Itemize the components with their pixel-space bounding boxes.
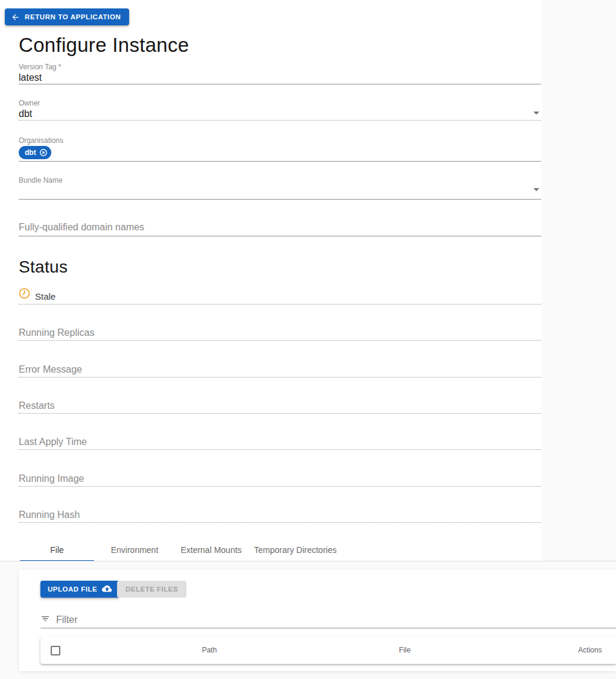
owner-select[interactable]: dbt [19,109,32,119]
upload-file-button[interactable]: UPLOAD FILE [40,581,119,598]
restarts-label: Restarts [19,400,55,411]
running-image-underline [19,486,541,487]
status-state-underline [19,304,541,305]
running-image-label: Running Image [19,473,84,484]
bundle-name-underline[interactable] [19,199,541,200]
delete-files-button[interactable]: DELETE FILES [117,581,186,598]
select-all-checkbox[interactable] [51,646,60,655]
version-tag-input[interactable]: latest [19,72,42,83]
return-button-label: RETURN TO APPLICATION [25,13,121,21]
chip-remove-icon[interactable] [39,148,48,157]
filter-list-icon [40,614,50,626]
tab-environment[interactable]: Environment [95,538,174,561]
tab-divider [0,561,616,561]
upload-button-label: UPLOAD FILE [48,586,97,593]
filter-field [40,612,616,628]
bundle-name-label: Bundle Name [19,176,63,185]
column-header-actions: Actions [578,646,602,654]
last-apply-time-label: Last Apply Time [19,437,87,447]
organisations-label: Organisations [19,136,63,145]
tab-external-mounts[interactable]: External Mounts [174,538,249,561]
restarts-underline [19,413,541,414]
clock-icon [19,288,30,302]
running-hash-underline [19,522,541,523]
tab-temporary-directories[interactable]: Temporary Directories [249,538,342,561]
owner-underline [19,120,541,121]
chevron-down-icon[interactable] [533,188,539,191]
tab-bar: File Environment External Mounts Tempora… [19,538,342,561]
page-title: Configure Instance [19,34,189,57]
tab-file[interactable]: File [19,538,95,561]
running-replicas-underline [19,340,541,341]
cloud-upload-icon [102,584,112,595]
chevron-down-icon[interactable] [533,112,539,115]
status-state-row: Stale [19,288,56,302]
filter-input[interactable] [56,614,616,625]
running-replicas-label: Running Replicas [19,327,94,338]
configure-instance-page: RETURN TO APPLICATION Configure Instance… [0,0,616,679]
column-header-file[interactable]: File [399,646,410,654]
files-table-header: Path File Actions [40,637,616,664]
fqdn-underline[interactable] [19,236,541,236]
delete-button-label: DELETE FILES [125,586,178,593]
last-apply-time-underline [19,449,541,450]
version-tag-label: Version Tag * [19,63,62,71]
error-message-underline [19,377,541,377]
arrow-left-icon [11,13,20,22]
status-state-label: Stale [35,291,56,302]
organisation-chip[interactable]: dbt [19,146,51,159]
version-tag-underline [19,84,541,84]
form-sheet: RETURN TO APPLICATION Configure Instance… [0,0,542,561]
status-heading: Status [19,257,68,277]
fqdn-label: Fully-qualified domain names [19,222,144,233]
error-message-label: Error Message [19,364,82,375]
organisation-chip-label: dbt [25,148,36,157]
column-header-path[interactable]: Path [202,646,217,654]
owner-label: Owner [19,99,40,107]
organisations-underline [19,161,541,162]
file-tab-panel: UPLOAD FILE DELETE FILES Path File Actio… [19,570,616,671]
return-to-application-button[interactable]: RETURN TO APPLICATION [5,8,129,25]
running-hash-label: Running Hash [19,510,80,520]
